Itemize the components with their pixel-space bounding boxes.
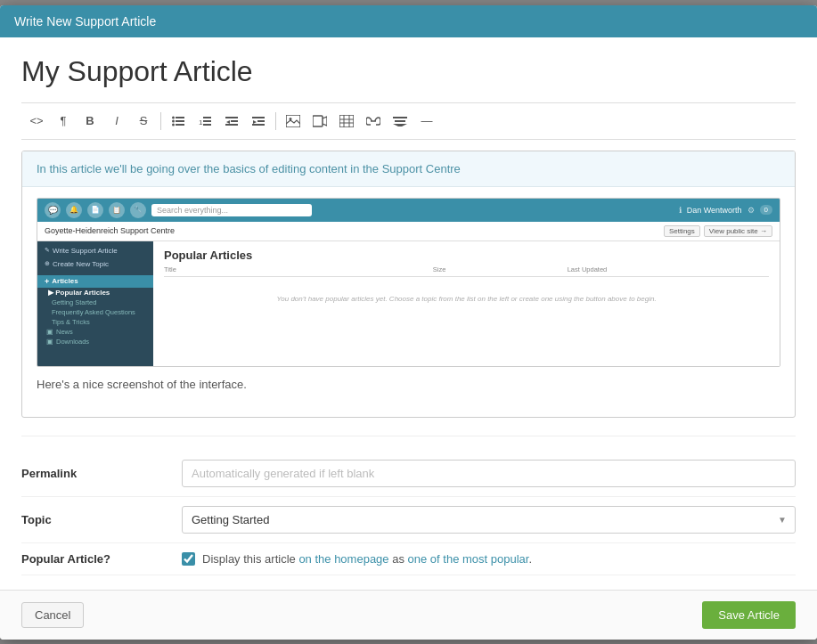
svg-rect-20 [313,116,323,126]
screenshot-container: 💬 🔔 📄 📋 🔧 Search everything... ℹ Dan Wen… [22,187,795,378]
mini-col-updated: Last Updated [568,265,769,273]
popular-row: Popular Article? Display this article on… [21,543,796,575]
mini-sidebar-section-label: Articles [52,277,78,285]
mini-ui: 💬 🔔 📄 📋 🔧 Search everything... ℹ Dan Wen… [37,198,780,367]
toolbar-ul-btn[interactable] [167,110,190,132]
popular-control: Display this article on the homepage as … [182,552,796,566]
mini-sidebar-popular: ▶ Popular Articles [37,288,153,298]
svg-rect-1 [176,117,184,118]
mini-main-title: Popular Articles [164,249,769,262]
svg-point-2 [172,119,175,122]
popular-label: Popular Article? [21,552,182,566]
svg-rect-27 [393,117,407,118]
svg-rect-13 [225,124,238,126]
mini-table-header: Title Size Last Updated [164,265,769,277]
mini-search: Search everything... [151,204,312,216]
popular-checkbox-label: Display this article on the homepage as … [202,552,532,566]
toolbar-link-btn[interactable] [362,110,385,132]
svg-rect-16 [257,120,265,122]
mini-sidebar-faq: Frequently Asked Questions [37,307,153,317]
svg-rect-10 [225,117,238,118]
modal-footer: Cancel Save Article [0,590,817,640]
mini-header: 💬 🔔 📄 📋 🔧 Search everything... ℹ Dan Wen… [37,199,780,222]
permalink-row: Permalink [21,451,796,497]
svg-point-4 [172,123,175,126]
topic-label: Topic [21,513,182,526]
mini-user: ℹ Dan Wentworth ⚙ 0 [679,205,772,215]
toolbar-bold-btn[interactable]: B [78,110,102,132]
editor-toolbar: <> ¶ B I S 1. [21,102,796,140]
permalink-control [182,460,796,487]
mini-subheader-buttons: Settings View public site → [664,225,772,237]
topic-select[interactable]: Getting Started Frequently Asked Questio… [182,506,796,534]
permalink-label: Permalink [21,467,182,480]
svg-marker-29 [393,124,407,126]
toolbar-code-btn[interactable]: <> [25,110,48,132]
mini-settings-btn: Settings [664,225,700,237]
mini-sidebar-news: ▣News [37,327,153,337]
modal-header: Write New Support Article [0,5,817,37]
modal: Write New Support Article My Support Art… [0,5,817,640]
toolbar-paragraph-btn[interactable]: ¶ [52,110,75,132]
mini-settings-icon: ⚙ [748,206,755,215]
topic-row: Topic Getting Started Frequently Asked Q… [21,497,796,543]
svg-rect-3 [176,120,184,122]
toolbar-indent-btn[interactable] [247,110,270,132]
svg-rect-5 [176,124,184,126]
popular-checkbox[interactable] [182,552,195,566]
editor-area[interactable]: In this article we'll be going over the … [21,151,796,418]
topic-control: Getting Started Frequently Asked Questio… [182,506,796,534]
form-section: Permalink Topic Getting Started Frequent… [21,436,796,590]
mini-alert-icon: 🔔 [66,202,82,218]
svg-rect-7 [203,117,211,118]
mini-subheader: Goyette-Heidenreich Support Centre Setti… [37,222,780,241]
svg-point-0 [172,116,175,118]
mini-sidebar: Write Support Article Create New Topic +… [37,241,153,366]
mini-col-size: Size [433,265,568,273]
svg-rect-28 [395,120,405,122]
svg-rect-21 [339,115,354,127]
mini-sidebar-create: Create New Topic [45,258,146,270]
toolbar-ol-btn[interactable]: 1. [193,110,217,132]
mini-user-name: Dan Wentworth [687,206,742,215]
mini-sidebar-write: Write Support Article [45,245,146,257]
mini-col-title: Title [164,265,433,273]
mini-doc-icon: 📄 [87,202,103,218]
mini-sidebar-tips: Tips & Tricks [37,317,153,327]
editor-intro-text: In this article we'll be going over the … [22,151,795,187]
save-button[interactable]: Save Article [702,601,796,629]
toolbar-align-btn[interactable] [388,110,412,132]
mini-chat-icon: 💬 [45,202,61,218]
toolbar-outdent-btn[interactable] [220,110,243,132]
mini-site-name: Goyette-Heidenreich Support Centre [45,226,175,235]
toolbar-strikethrough-btn[interactable]: S [132,110,155,132]
toolbar-hr-btn[interactable]: — [415,110,438,132]
mini-badge: 0 [760,205,772,215]
article-title[interactable]: My Support Article [21,55,796,88]
permalink-input[interactable] [182,460,796,487]
mini-content: Write Support Article Create New Topic +… [37,241,780,366]
mini-copy-icon: 📋 [109,202,125,218]
mini-sidebar-downloads: ▣Downloads [37,337,153,346]
svg-rect-12 [231,120,238,122]
mini-help-icon: ℹ [679,206,682,215]
toolbar-image-btn[interactable] [282,110,305,132]
mini-view-public-btn: View public site → [704,225,772,237]
toolbar-separator-1 [160,112,161,130]
popular-checkbox-row: Display this article on the homepage as … [182,552,796,566]
toolbar-italic-btn[interactable]: I [105,110,128,132]
toolbar-separator-2 [275,112,276,130]
toolbar-video-btn[interactable] [308,110,331,132]
modal-body: My Support Article <> ¶ B I S 1. [0,37,817,590]
modal-title: Write New Support Article [14,14,156,29]
mini-sidebar-getting-started: Getting Started [37,298,153,307]
editor-caption: Here's a nice screenshot of the interfac… [22,378,795,402]
mini-sidebar-top: Write Support Article Create New Topic [37,241,153,273]
toolbar-table-btn[interactable] [335,110,358,132]
topic-select-wrapper: Getting Started Frequently Asked Questio… [182,506,796,534]
svg-rect-14 [252,117,265,118]
mini-sidebar-articles-section: + Articles [37,275,153,288]
svg-rect-17 [252,124,265,126]
cancel-button[interactable]: Cancel [21,602,84,628]
svg-marker-11 [226,120,230,124]
